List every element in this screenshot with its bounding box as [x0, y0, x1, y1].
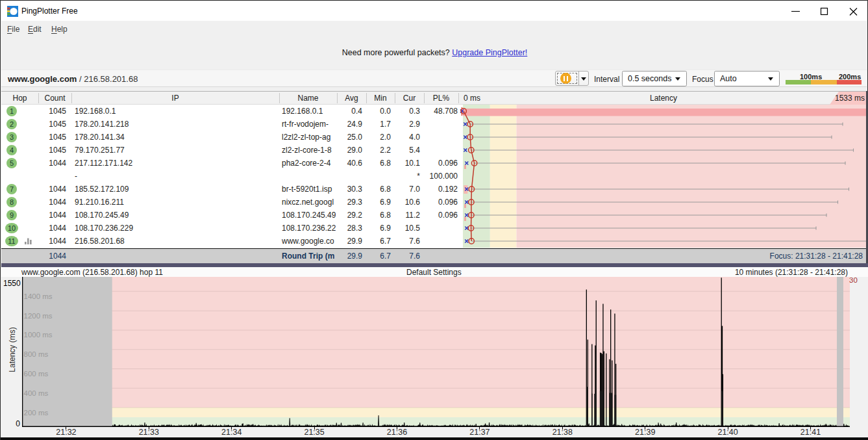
- svg-text:1400 ms: 1400 ms: [23, 292, 52, 300]
- svg-text:200 ms: 200 ms: [23, 408, 48, 416]
- svg-text:1000 ms: 1000 ms: [23, 331, 52, 339]
- svg-text:600 ms: 600 ms: [23, 370, 48, 378]
- svg-text:400 ms: 400 ms: [23, 389, 48, 396]
- svg-text:1200 ms: 1200 ms: [23, 311, 52, 319]
- svg-text:800 ms: 800 ms: [23, 350, 48, 358]
